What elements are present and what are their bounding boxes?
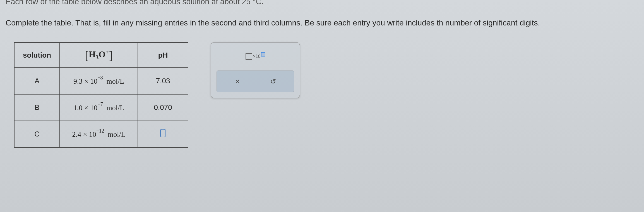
table-row: C 2.4 × 10−12 mol/L (14, 121, 188, 147)
clear-button[interactable]: × (232, 76, 243, 87)
mantissa-box-icon (246, 53, 252, 60)
cell-ph-a: 7.03 (138, 68, 188, 94)
table-row: B 1.0 × 10−7 mol/L 0.070 (14, 94, 188, 121)
times-ten-label: ×10 (253, 54, 261, 59)
cell-h3o-c: 2.4 × 10−12 mol/L (60, 121, 138, 147)
header-h3o: [H3O+] (60, 43, 138, 68)
scientific-notation-button[interactable]: ×10 (217, 48, 294, 65)
instruction-text: Complete the table. That is, fill in any… (6, 17, 638, 28)
reset-button[interactable]: ↺ (268, 76, 279, 87)
solution-table: solution [H3O+] pH A 9.3 × 10−8 mol/L (14, 42, 188, 148)
unit-c: mol/L (108, 130, 126, 138)
cell-ph-b: 0.070 (138, 94, 188, 121)
table-row: A 9.3 × 10−8 mol/L 7.03 (14, 68, 188, 94)
exponent-box-icon (261, 52, 265, 56)
coeff-a: 9.3 (73, 77, 83, 85)
reset-icon: ↺ (270, 77, 276, 86)
cell-h3o-b: 1.0 × 10−7 mol/L (60, 94, 138, 121)
tool-actions-row: × ↺ (217, 70, 294, 92)
unit-b: mol/L (107, 104, 124, 112)
header-ph: pH (138, 43, 188, 68)
exp-b: −7 (97, 102, 103, 107)
exp-c: −12 (96, 128, 104, 134)
cell-solution-a: A (14, 68, 60, 94)
header-solution: solution (14, 43, 60, 68)
unit-a: mol/L (107, 77, 124, 85)
coeff-b: 1.0 (73, 104, 83, 112)
cell-ph-c[interactable] (138, 121, 188, 147)
close-icon: × (235, 77, 240, 86)
ph-input-c[interactable] (160, 129, 165, 137)
cell-solution-c: C (14, 121, 60, 147)
cell-solution-b: B (14, 94, 60, 121)
exp-a: −8 (97, 75, 103, 81)
tool-panel: ×10 × ↺ (211, 42, 300, 98)
coeff-c: 2.4 (72, 130, 81, 138)
cutoff-context-text: Each row of the table below describes an… (6, 0, 638, 6)
cell-h3o-a: 9.3 × 10−8 mol/L (60, 68, 138, 94)
